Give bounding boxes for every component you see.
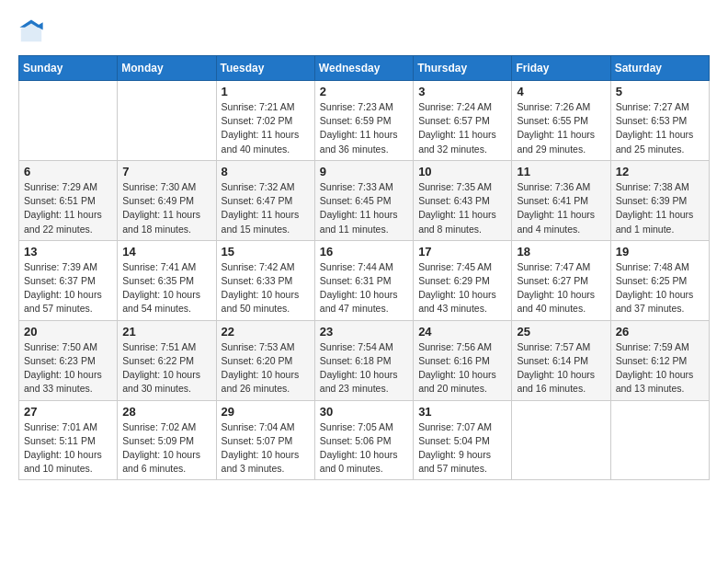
day-number: 6 — [24, 165, 112, 178]
calendar-cell: 26Sunrise: 7:59 AM Sunset: 6:12 PM Dayli… — [610, 320, 709, 400]
calendar-cell: 24Sunrise: 7:56 AM Sunset: 6:16 PM Dayli… — [414, 320, 512, 400]
day-number: 16 — [320, 245, 408, 259]
weekday-header: Thursday — [414, 56, 512, 81]
day-info: Sunrise: 7:32 AM Sunset: 6:47 PM Dayligh… — [222, 180, 310, 236]
calendar-cell: 27Sunrise: 7:01 AM Sunset: 5:11 PM Dayli… — [19, 400, 118, 480]
day-number: 10 — [418, 165, 506, 178]
calendar-cell: 13Sunrise: 7:39 AM Sunset: 6:37 PM Dayli… — [19, 240, 118, 320]
day-number: 31 — [418, 405, 506, 419]
calendar-table: SundayMondayTuesdayWednesdayThursdayFrid… — [18, 55, 710, 480]
calendar-week-row: 13Sunrise: 7:39 AM Sunset: 6:37 PM Dayli… — [19, 240, 710, 320]
day-info: Sunrise: 7:04 AM Sunset: 5:07 PM Dayligh… — [222, 420, 310, 477]
day-info: Sunrise: 7:45 AM Sunset: 6:29 PM Dayligh… — [418, 260, 506, 316]
calendar-cell: 8Sunrise: 7:32 AM Sunset: 6:47 PM Daylig… — [216, 160, 314, 240]
day-number: 18 — [517, 245, 605, 259]
calendar-cell: 21Sunrise: 7:51 AM Sunset: 6:22 PM Dayli… — [118, 320, 216, 400]
calendar-cell: 31Sunrise: 7:07 AM Sunset: 5:04 PM Dayli… — [414, 400, 512, 480]
day-info: Sunrise: 7:01 AM Sunset: 5:11 PM Dayligh… — [24, 420, 112, 477]
weekday-header: Wednesday — [314, 56, 413, 81]
day-number: 29 — [222, 405, 310, 419]
day-number: 21 — [122, 325, 210, 339]
day-number: 8 — [222, 165, 310, 178]
calendar-cell: 3Sunrise: 7:24 AM Sunset: 6:57 PM Daylig… — [414, 81, 512, 161]
day-number: 14 — [122, 245, 210, 259]
day-info: Sunrise: 7:54 AM Sunset: 6:18 PM Dayligh… — [320, 340, 408, 396]
calendar-cell: 2Sunrise: 7:23 AM Sunset: 6:59 PM Daylig… — [314, 81, 413, 161]
day-info: Sunrise: 7:27 AM Sunset: 6:53 PM Dayligh… — [616, 100, 704, 156]
day-info: Sunrise: 7:41 AM Sunset: 6:35 PM Dayligh… — [122, 260, 210, 316]
calendar-cell: 11Sunrise: 7:36 AM Sunset: 6:41 PM Dayli… — [512, 160, 610, 240]
calendar-cell: 7Sunrise: 7:30 AM Sunset: 6:49 PM Daylig… — [118, 160, 216, 240]
calendar-header-row: SundayMondayTuesdayWednesdayThursdayFrid… — [19, 56, 710, 81]
day-number: 11 — [517, 165, 605, 178]
calendar-week-row: 27Sunrise: 7:01 AM Sunset: 5:11 PM Dayli… — [19, 400, 710, 480]
calendar-cell: 1Sunrise: 7:21 AM Sunset: 7:02 PM Daylig… — [216, 81, 314, 161]
calendar-cell — [19, 81, 118, 161]
calendar-cell: 25Sunrise: 7:57 AM Sunset: 6:14 PM Dayli… — [512, 320, 610, 400]
day-info: Sunrise: 7:24 AM Sunset: 6:57 PM Dayligh… — [418, 100, 506, 156]
day-info: Sunrise: 7:33 AM Sunset: 6:45 PM Dayligh… — [320, 180, 408, 236]
day-number: 30 — [320, 405, 408, 419]
day-number: 15 — [222, 245, 310, 259]
calendar-cell: 4Sunrise: 7:26 AM Sunset: 6:55 PM Daylig… — [512, 81, 610, 161]
day-info: Sunrise: 7:30 AM Sunset: 6:49 PM Dayligh… — [122, 180, 210, 236]
calendar-cell: 17Sunrise: 7:45 AM Sunset: 6:29 PM Dayli… — [414, 240, 512, 320]
calendar-cell: 19Sunrise: 7:48 AM Sunset: 6:25 PM Dayli… — [610, 240, 709, 320]
day-info: Sunrise: 7:59 AM Sunset: 6:12 PM Dayligh… — [616, 340, 704, 396]
day-info: Sunrise: 7:48 AM Sunset: 6:25 PM Dayligh… — [616, 260, 704, 316]
day-number: 23 — [320, 325, 408, 339]
day-number: 2 — [320, 85, 408, 98]
day-number: 24 — [418, 325, 506, 339]
calendar-cell: 20Sunrise: 7:50 AM Sunset: 6:23 PM Dayli… — [19, 320, 118, 400]
calendar-cell — [118, 81, 216, 161]
calendar-cell: 10Sunrise: 7:35 AM Sunset: 6:43 PM Dayli… — [414, 160, 512, 240]
day-info: Sunrise: 7:36 AM Sunset: 6:41 PM Dayligh… — [517, 180, 605, 236]
calendar-cell: 12Sunrise: 7:38 AM Sunset: 6:39 PM Dayli… — [610, 160, 709, 240]
day-number: 17 — [418, 245, 506, 259]
calendar-cell: 16Sunrise: 7:44 AM Sunset: 6:31 PM Dayli… — [314, 240, 413, 320]
weekday-header: Friday — [512, 56, 610, 81]
day-number: 13 — [24, 245, 112, 259]
weekday-header: Monday — [118, 56, 216, 81]
day-info: Sunrise: 7:38 AM Sunset: 6:39 PM Dayligh… — [616, 180, 704, 236]
day-info: Sunrise: 7:51 AM Sunset: 6:22 PM Dayligh… — [122, 340, 210, 396]
day-number: 5 — [616, 85, 704, 98]
calendar-cell: 18Sunrise: 7:47 AM Sunset: 6:27 PM Dayli… — [512, 240, 610, 320]
day-info: Sunrise: 7:23 AM Sunset: 6:59 PM Dayligh… — [320, 100, 408, 156]
day-number: 27 — [24, 405, 112, 419]
day-info: Sunrise: 7:47 AM Sunset: 6:27 PM Dayligh… — [517, 260, 605, 316]
day-info: Sunrise: 7:35 AM Sunset: 6:43 PM Dayligh… — [418, 180, 506, 236]
day-info: Sunrise: 7:26 AM Sunset: 6:55 PM Dayligh… — [517, 100, 605, 156]
day-number: 3 — [418, 85, 506, 98]
day-info: Sunrise: 7:05 AM Sunset: 5:06 PM Dayligh… — [320, 420, 408, 477]
calendar-cell: 5Sunrise: 7:27 AM Sunset: 6:53 PM Daylig… — [610, 81, 709, 161]
page: SundayMondayTuesdayWednesdayThursdayFrid… — [0, 0, 728, 489]
calendar-week-row: 6Sunrise: 7:29 AM Sunset: 6:51 PM Daylig… — [19, 160, 710, 240]
calendar-week-row: 20Sunrise: 7:50 AM Sunset: 6:23 PM Dayli… — [19, 320, 710, 400]
day-number: 26 — [616, 325, 704, 339]
calendar-cell: 30Sunrise: 7:05 AM Sunset: 5:06 PM Dayli… — [314, 400, 413, 480]
day-number: 19 — [616, 245, 704, 259]
day-number: 12 — [616, 165, 704, 178]
day-number: 1 — [222, 85, 310, 98]
header — [18, 18, 710, 44]
calendar-cell — [512, 400, 610, 480]
weekday-header: Saturday — [610, 56, 709, 81]
calendar-cell: 15Sunrise: 7:42 AM Sunset: 6:33 PM Dayli… — [216, 240, 314, 320]
day-info: Sunrise: 7:29 AM Sunset: 6:51 PM Dayligh… — [24, 180, 112, 236]
day-number: 22 — [222, 325, 310, 339]
day-number: 7 — [122, 165, 210, 178]
calendar-cell — [610, 400, 709, 480]
calendar-cell: 23Sunrise: 7:54 AM Sunset: 6:18 PM Dayli… — [314, 320, 413, 400]
logo — [18, 18, 50, 44]
day-info: Sunrise: 7:42 AM Sunset: 6:33 PM Dayligh… — [222, 260, 310, 316]
calendar-cell: 28Sunrise: 7:02 AM Sunset: 5:09 PM Dayli… — [118, 400, 216, 480]
logo-icon — [18, 18, 44, 44]
day-info: Sunrise: 7:57 AM Sunset: 6:14 PM Dayligh… — [517, 340, 605, 396]
day-info: Sunrise: 7:56 AM Sunset: 6:16 PM Dayligh… — [418, 340, 506, 396]
day-info: Sunrise: 7:44 AM Sunset: 6:31 PM Dayligh… — [320, 260, 408, 316]
calendar-cell: 9Sunrise: 7:33 AM Sunset: 6:45 PM Daylig… — [314, 160, 413, 240]
day-number: 9 — [320, 165, 408, 178]
calendar-cell: 14Sunrise: 7:41 AM Sunset: 6:35 PM Dayli… — [118, 240, 216, 320]
day-number: 25 — [517, 325, 605, 339]
